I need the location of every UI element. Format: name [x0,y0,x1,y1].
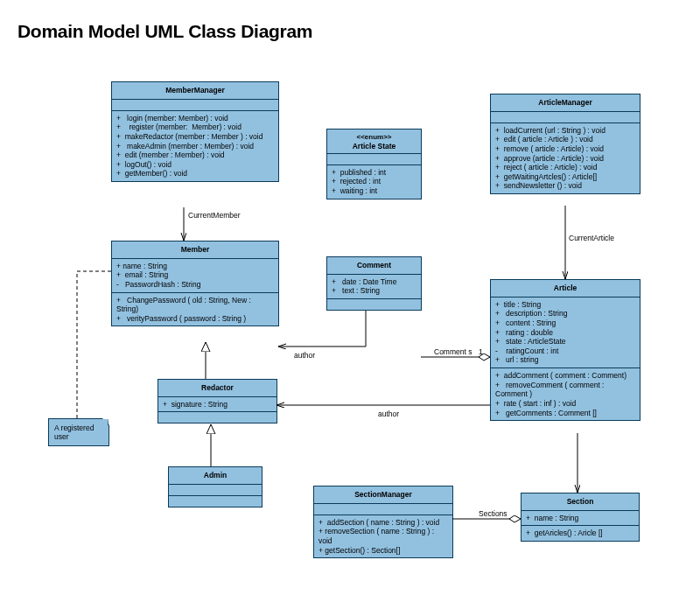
label-author: author [294,351,315,360]
label-current-article: CurrentArticle [569,234,614,242]
label-current-member: CurrentMember [188,211,241,220]
class-name: Section [522,494,639,511]
attrs-section: + name : String + email : String - Passw… [112,259,278,293]
methods-section: + login (member: Member) : void + regist… [112,111,278,181]
label-comments: Comment s [434,347,472,356]
class-name: MemberManager [112,82,278,100]
class-article-manager: ArticleManager + loadCurrent (url : Stri… [490,94,640,194]
label-one: 1 [479,347,483,356]
class-name: SectionManager [314,486,452,504]
class-member: Member + name : String + email : String … [111,241,279,326]
attrs-section: + date : Date Time + text : String [327,275,421,299]
class-name: <<enum>> Article State [327,130,421,154]
class-name: ArticleManager [491,94,640,112]
class-name: Article [491,280,640,298]
class-name: Admin [169,467,262,485]
methods-section: + ChangePassword ( old : String, New : S… [112,293,278,326]
class-name: Comment [327,257,421,275]
attrs-section: + signature : String [158,397,276,413]
class-section: Section + name : String + getAricles() :… [521,493,640,542]
class-comment: Comment + date : Date Time + text : Stri… [326,256,422,311]
label-author2: author [378,410,399,418]
class-article-state: <<enum>> Article State + published : int… [326,129,422,200]
label-sections: Sections [479,509,508,518]
class-member-manager: MemberManager + login (member: Member) :… [111,81,279,182]
attrs-section: + published : int + rejected : int + wai… [327,165,421,199]
note-registered-user: A registered user [48,418,109,446]
methods-section: + addComment ( comment : Comment) + remo… [491,368,640,420]
class-name: Redactor [158,380,276,397]
methods-section: + loadCurrent (url : String ) : void + e… [491,123,640,193]
class-section-manager: SectionManager + addSection ( name : Str… [313,486,453,558]
diagram-title: Domain Model UML Class Diagram [18,21,312,42]
methods-section: + addSection ( name : String ) : void + … [314,515,452,558]
class-redactor: Redactor + signature : String [158,379,277,424]
class-admin: Admin [168,466,262,508]
class-name: Member [112,242,278,259]
attrs-section: + title : String + description : String … [491,298,640,368]
class-article: Article + title : String + description :… [490,279,640,421]
